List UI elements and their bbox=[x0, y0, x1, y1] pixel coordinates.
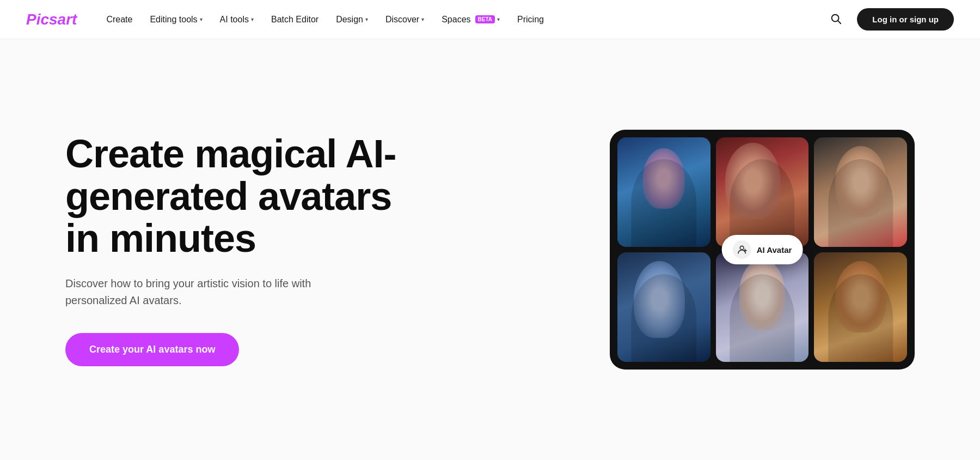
svg-point-2 bbox=[740, 246, 744, 250]
nav-item-design[interactable]: Design ▾ bbox=[328, 10, 376, 29]
ai-avatar-badge: AI Avatar bbox=[722, 235, 803, 264]
avatar-cell-2 bbox=[716, 137, 809, 247]
ai-avatar-badge-label: AI Avatar bbox=[757, 245, 792, 255]
search-button[interactable] bbox=[825, 8, 846, 31]
chevron-down-icon: ▾ bbox=[497, 16, 500, 22]
avatar-add-icon bbox=[733, 240, 751, 259]
brand-logo[interactable]: Picsart bbox=[26, 11, 77, 28]
nav-item-ai-tools[interactable]: AI tools ▾ bbox=[212, 10, 261, 29]
chevron-down-icon: ▾ bbox=[200, 16, 203, 22]
nav-item-discover[interactable]: Discover ▾ bbox=[378, 10, 432, 29]
search-icon bbox=[830, 13, 842, 25]
nav-right: Log in or sign up bbox=[825, 8, 954, 31]
avatar-cell-1 bbox=[617, 137, 710, 247]
nav-item-batch-editor[interactable]: Batch Editor bbox=[264, 10, 326, 29]
nav-links: Create Editing tools ▾ AI tools ▾ Batch … bbox=[99, 10, 825, 29]
chevron-down-icon: ▾ bbox=[421, 16, 424, 22]
cta-button[interactable]: Create your AI avatars now bbox=[65, 333, 239, 366]
hero-section: Create magical AI-generated avatars in m… bbox=[0, 39, 980, 460]
chevron-down-icon: ▾ bbox=[251, 16, 254, 22]
nav-item-editing-tools[interactable]: Editing tools ▾ bbox=[142, 10, 210, 29]
nav-item-spaces[interactable]: Spaces BETA ▾ bbox=[434, 10, 507, 29]
hero-content: Create magical AI-generated avatars in m… bbox=[65, 133, 403, 366]
avatar-cell-6 bbox=[814, 252, 907, 362]
hero-avatar-showcase: AI Avatar bbox=[610, 130, 915, 370]
avatar-cell-4 bbox=[617, 252, 710, 362]
hero-title: Create magical AI-generated avatars in m… bbox=[65, 133, 403, 260]
spaces-beta-badge: BETA bbox=[475, 15, 495, 23]
chevron-down-icon: ▾ bbox=[365, 16, 368, 22]
avatar-cell-5 bbox=[716, 252, 809, 362]
avatar-cell-3 bbox=[814, 137, 907, 247]
hero-subtitle: Discover how to bring your artistic visi… bbox=[65, 275, 348, 309]
login-button[interactable]: Log in or sign up bbox=[857, 8, 954, 31]
nav-item-pricing[interactable]: Pricing bbox=[510, 10, 552, 29]
svg-line-1 bbox=[838, 21, 841, 23]
navbar: Picsart Create Editing tools ▾ AI tools … bbox=[0, 0, 980, 39]
avatar-grid-container: AI Avatar bbox=[610, 130, 915, 370]
nav-item-create[interactable]: Create bbox=[99, 10, 140, 29]
